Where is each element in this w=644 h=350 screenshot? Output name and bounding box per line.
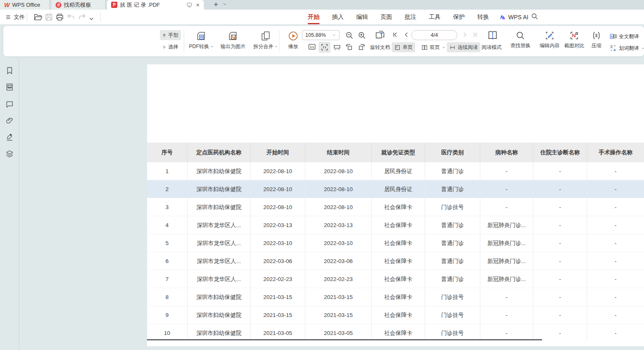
chevron-down-icon — [274, 45, 278, 49]
svg-text:字: 字 — [614, 35, 616, 38]
table-cell: - — [587, 162, 644, 180]
full-translation-icon: A字 — [609, 33, 617, 40]
first-page-icon[interactable] — [392, 31, 398, 38]
attachment-icon[interactable] — [5, 116, 14, 125]
tab-document-label: 就 医 记 录 .PDF — [120, 1, 160, 9]
zoom-out-icon[interactable] — [345, 31, 354, 40]
menu-item-6[interactable]: 保护 — [453, 10, 465, 24]
menu-item-1[interactable]: 插入 — [332, 10, 344, 24]
table-header-cell-2: 开始时间 — [251, 143, 305, 162]
table-cell: 社会保障卡 — [372, 288, 425, 306]
table-cell: 新冠肺炎门诊... — [480, 216, 533, 234]
find-replace-label: 查找替换 — [510, 42, 530, 49]
table-cell: 普通门诊 — [425, 234, 480, 252]
signature-icon[interactable] — [5, 133, 14, 141]
screenshot-compare-label: 截图对比 — [564, 42, 584, 49]
tab-close-icon[interactable]: × — [196, 1, 200, 8]
thumbnail-icon[interactable] — [5, 83, 14, 91]
chevron-down-icon — [641, 46, 644, 50]
rotate-pages-icon[interactable] — [374, 30, 386, 41]
open-file-icon[interactable] — [33, 13, 43, 22]
single-page-button[interactable]: 单页 — [392, 42, 415, 52]
table-cell: 2022-03-06 — [251, 252, 305, 270]
word-translation-button[interactable]: 文A 划词翻译 — [607, 43, 644, 53]
monitor-icon[interactable] — [186, 2, 193, 8]
last-page-icon[interactable] — [472, 31, 478, 38]
pdf-convert-button[interactable]: W PDF转换 — [186, 31, 216, 50]
tab-docer[interactable]: d 找稻壳模板 — [51, 0, 106, 10]
table-cell: 门诊挂号 — [425, 198, 480, 216]
screenshot-compare-button[interactable]: 截图对比 — [561, 31, 587, 49]
table-cell: - — [533, 324, 587, 340]
table-cell: 社会保障卡 — [372, 270, 425, 288]
table-cell: 社会保障卡 — [372, 216, 425, 234]
table-cell: 深圳市龙华区人... — [188, 216, 251, 234]
new-tab-button[interactable]: + — [211, 0, 221, 10]
compress-button[interactable]: 压缩 — [587, 31, 606, 49]
menu-item-3[interactable]: 页面 — [380, 10, 392, 24]
select-tool-button[interactable]: 选择 — [160, 42, 181, 52]
table-cell: 4 — [147, 216, 188, 234]
rotate-right-icon[interactable] — [357, 43, 366, 51]
full-translation-button[interactable]: A字 全文翻译 — [607, 31, 641, 41]
menu-item-2[interactable]: 编辑 — [356, 10, 368, 24]
continuous-read-button[interactable]: 连续阅读 — [447, 42, 480, 52]
print-icon[interactable] — [55, 13, 64, 22]
menu-item-7[interactable]: 转换 — [477, 10, 489, 24]
menu-search-icon[interactable] — [531, 13, 538, 20]
fit-width-button[interactable] — [319, 42, 330, 53]
rotate-left-icon[interactable] — [345, 43, 353, 51]
find-replace-button[interactable]: 查找替换 — [507, 31, 534, 49]
read-mode-label[interactable]: 阅读模式 — [482, 44, 502, 51]
menu-item-5[interactable]: 工具 — [429, 10, 441, 24]
fit-page-icon[interactable] — [333, 43, 341, 51]
zoom-level-select[interactable]: 105.88% — [302, 30, 340, 40]
wps-ai-button[interactable]: WPS AI — [499, 10, 528, 24]
hand-tool-button[interactable]: 手型 — [160, 30, 181, 40]
tab-wps-office[interactable]: W WPS Office — [0, 0, 50, 10]
double-page-button[interactable]: 双页 — [419, 42, 448, 52]
play-button[interactable]: 播放 — [282, 31, 304, 50]
menu-item-0[interactable]: 开始 — [308, 10, 319, 24]
page-number-input[interactable]: 4/4 — [411, 30, 457, 40]
undo-icon[interactable] — [66, 13, 76, 22]
divider — [279, 30, 279, 52]
table-cell: 2021-03-15 — [251, 288, 305, 306]
table-cell: 普通门诊 — [425, 252, 480, 270]
export-image-button[interactable]: 输出为图片 — [218, 31, 248, 50]
table-row: 5深圳市龙华区人...2022-03-102022-03-10社会保障卡普通门诊… — [147, 234, 644, 252]
zoom-level-value: 105.88% — [305, 32, 326, 38]
table-cell: - — [533, 162, 587, 180]
table-cell: 新冠肺炎门诊... — [480, 252, 533, 270]
table-cell: 10 — [147, 324, 188, 340]
zoom-in-icon[interactable] — [357, 31, 366, 40]
menu-item-4[interactable]: 批注 — [405, 10, 416, 24]
export-image-label: 输出为图片 — [221, 43, 246, 50]
redo-icon[interactable] — [77, 13, 86, 22]
tab-list-chevron-icon[interactable] — [222, 2, 227, 7]
rotate-doc-label[interactable]: 旋转文档 — [370, 44, 390, 51]
table-cell: 2021-03-15 — [305, 306, 372, 324]
actual-size-icon[interactable]: 1:1 — [308, 43, 316, 51]
table-row: 4深圳市龙华区人...2022-03-132022-03-13社会保障卡普通门诊… — [147, 216, 644, 234]
tab-document[interactable]: P 就 医 记 录 .PDF × — [107, 0, 204, 10]
prev-page-icon[interactable] — [403, 31, 410, 38]
table-cell: 2022-03-13 — [305, 216, 372, 234]
split-merge-button[interactable]: 拆分合并 — [250, 31, 281, 50]
bookmark-icon[interactable] — [5, 66, 14, 75]
table-cell: 深圳市龙华区人... — [188, 252, 251, 270]
double-page-label: 双页 — [430, 44, 440, 51]
read-mode-icon[interactable] — [487, 30, 498, 41]
table-row: 10深圳市妇幼保健院2021-03-052021-03-05社会保障卡门诊挂号-… — [147, 324, 644, 340]
file-menu-button[interactable]: 文件 — [5, 12, 25, 22]
docer-icon: d — [56, 2, 61, 8]
next-page-icon[interactable] — [461, 31, 468, 38]
edit-content-button[interactable]: 编辑内容 — [536, 31, 563, 49]
tab-bar: W WPS Office d 找稻壳模板 P 就 医 记 录 .PDF × + — [0, 0, 644, 10]
comment-icon[interactable] — [5, 100, 14, 108]
table-cell: 2022-03-13 — [251, 216, 305, 234]
table-bottom-rule — [147, 339, 542, 340]
save-icon[interactable] — [44, 13, 53, 22]
quickbar-chevron-icon[interactable] — [88, 14, 95, 23]
layers-icon[interactable] — [5, 150, 14, 158]
